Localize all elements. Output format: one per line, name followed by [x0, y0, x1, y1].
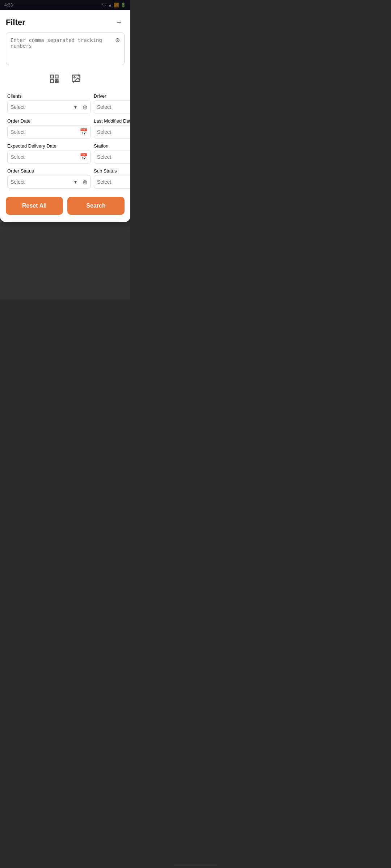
- qr-scan-button[interactable]: [48, 72, 61, 85]
- order-date-input[interactable]: [8, 125, 77, 139]
- station-label: Station: [94, 143, 130, 149]
- reset-all-button[interactable]: Reset All: [6, 197, 63, 215]
- sub-status-select[interactable]: Select: [94, 175, 130, 188]
- page-wrapper: 4:33 🛡 ▲ 📶 🔋 ← Orders ⊟ 8 awadi عفاف مفو…: [0, 0, 130, 299]
- clients-clear-button[interactable]: ⊗: [79, 101, 91, 114]
- order-status-select-wrapper: Select ▾ ⊗: [7, 175, 91, 189]
- sub-status-label: Sub Status: [94, 168, 130, 174]
- driver-select[interactable]: Select: [94, 101, 130, 114]
- clients-select-wrapper: Select ▾ ⊗: [7, 100, 91, 114]
- close-circle-icon: ⊗: [115, 37, 120, 43]
- station-select-wrapper: Select ▾ ⊗: [94, 150, 130, 164]
- clients-field: Clients Select ▾ ⊗: [6, 91, 92, 116]
- order-date-field: Order Date 📅: [6, 116, 92, 141]
- last-modified-date-input[interactable]: [94, 125, 130, 139]
- filter-fields-grid: Clients Select ▾ ⊗ Driver Select: [0, 91, 130, 191]
- order-status-clear-button[interactable]: ⊗: [79, 175, 91, 188]
- tracking-clear-button[interactable]: ⊗: [113, 35, 122, 44]
- action-buttons-row: Reset All Search: [0, 191, 130, 222]
- clients-select[interactable]: Select: [8, 101, 72, 114]
- driver-select-wrapper: Select ▾ ⊗: [94, 100, 130, 114]
- order-status-select[interactable]: Select: [8, 175, 72, 188]
- driver-field: Driver Select ▾ ⊗: [92, 91, 130, 116]
- last-modified-date-label: Last Modified Date: [94, 118, 130, 124]
- svg-rect-1: [55, 75, 58, 78]
- expected-delivery-date-wrapper: 📅: [7, 150, 91, 164]
- sub-status-field: Sub Status Select ▾ ⊗: [92, 166, 130, 191]
- sub-status-select-wrapper: Select ▾ ⊗: [94, 175, 130, 189]
- chevron-down-icon: ▾: [72, 179, 79, 185]
- svg-rect-6: [57, 81, 58, 83]
- search-button[interactable]: Search: [67, 197, 125, 215]
- driver-label: Driver: [94, 93, 130, 99]
- expected-delivery-date-input[interactable]: [8, 150, 77, 163]
- svg-rect-0: [51, 75, 54, 78]
- tracking-input-area: ⊗: [6, 33, 125, 67]
- station-select[interactable]: Select: [94, 150, 130, 163]
- image-add-button[interactable]: [70, 72, 83, 85]
- filter-modal: Filter → ⊗: [0, 10, 130, 222]
- modal-header: Filter →: [0, 10, 130, 33]
- svg-rect-4: [57, 80, 58, 81]
- close-icon: ⊗: [83, 179, 87, 186]
- svg-rect-2: [51, 80, 54, 82]
- svg-rect-3: [55, 80, 56, 81]
- order-date-label: Order Date: [7, 118, 91, 124]
- expected-delivery-date-label: Expected Delivery Date: [7, 143, 91, 149]
- last-modified-date-field: Last Modified Date 📅: [92, 116, 130, 141]
- calendar-icon[interactable]: 📅: [77, 128, 91, 136]
- calendar-icon[interactable]: 📅: [77, 153, 91, 161]
- close-icon: ⊗: [83, 104, 87, 111]
- order-date-wrapper: 📅: [7, 125, 91, 139]
- station-field: Station Select ▾ ⊗: [92, 141, 130, 166]
- tracking-number-input[interactable]: [6, 33, 125, 65]
- svg-point-8: [74, 77, 75, 78]
- modal-title: Filter: [6, 18, 25, 27]
- scan-buttons-row: [0, 69, 130, 91]
- order-status-field: Order Status Select ▾ ⊗: [6, 166, 92, 191]
- last-modified-date-wrapper: 📅: [94, 125, 130, 139]
- modal-close-button[interactable]: →: [113, 17, 125, 28]
- svg-rect-5: [55, 81, 56, 83]
- clients-label: Clients: [7, 93, 91, 99]
- order-status-label: Order Status: [7, 168, 91, 174]
- arrow-right-icon: →: [115, 19, 122, 26]
- expected-delivery-date-field: Expected Delivery Date 📅: [6, 141, 92, 166]
- chevron-down-icon: ▾: [72, 104, 79, 110]
